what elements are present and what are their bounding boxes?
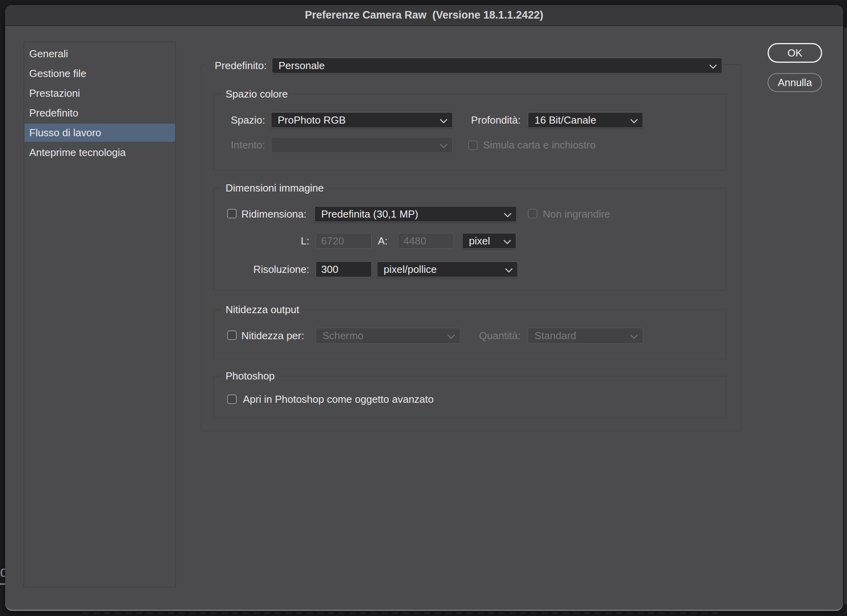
sidebar-item-flusso-di-lavoro[interactable]: Flusso di lavoro (24, 124, 175, 142)
sidebar-item-gestione-file[interactable]: Gestione file (24, 64, 175, 83)
resolution-input[interactable] (316, 261, 372, 277)
color-space-group: Spazio colore Spazio: ProPhoto RGB Profo… (213, 94, 727, 171)
camera-raw-preferences-dialog: Preferenze Camera Raw (Versione 18.1.1.2… (5, 5, 843, 611)
intent-select (271, 137, 453, 153)
resolution-unit-select-value: pixel/pollice (384, 263, 437, 276)
ok-button[interactable]: OK (768, 43, 822, 63)
amount-label: Quantità: (451, 328, 521, 344)
resize-preset-select-value: Predefinita (30,1 MP) (321, 208, 418, 220)
sharpen-target-select-value: Schermo (322, 330, 363, 342)
simulate-paper-ink-checkbox (468, 141, 478, 150)
sharpen-for-label: Nitidezza per: (241, 328, 304, 344)
chevron-down-icon (709, 61, 717, 69)
sidebar-item-generali[interactable]: Generali (24, 45, 175, 63)
sharpen-for-checkbox[interactable] (227, 331, 237, 340)
cancel-button[interactable]: Annulla (768, 73, 822, 92)
width-input (316, 233, 372, 249)
background-window-line-fragment (0, 583, 6, 585)
resolution-label: Risoluzione: (214, 261, 309, 277)
space-select[interactable]: ProPhoto RGB (271, 112, 453, 128)
depth-select-value: 16 Bit/Canale (535, 114, 596, 126)
chevron-down-icon (630, 116, 638, 124)
size-unit-select[interactable]: pixel (462, 233, 516, 249)
sharpen-target-select: Schermo (316, 328, 460, 344)
simulate-paper-ink-label: Simula carta e inchiostro (483, 137, 596, 153)
depth-select[interactable]: 16 Bit/Canale (528, 112, 643, 128)
sidebar-item-predefinito[interactable]: Predefinito (24, 104, 175, 122)
no-enlarge-checkbox (528, 209, 537, 218)
preset-select-value: Personale (279, 60, 325, 72)
output-sharpening-group: Nitidezza output Nitidezza per: Schermo … (213, 310, 727, 359)
preset-label: Predefinito: (205, 58, 267, 73)
height-input (398, 233, 454, 249)
preferences-category-list: Generali Gestione file Prestazioni Prede… (24, 42, 176, 588)
intent-label: Intento: (214, 137, 265, 153)
background-window-text-fragment: d (0, 563, 5, 580)
size-unit-select-value: pixel (469, 235, 490, 247)
chevron-down-icon (505, 265, 513, 273)
amount-select-value: Standard (535, 330, 576, 342)
space-select-value: ProPhoto RGB (278, 114, 346, 126)
resize-preset-select[interactable]: Predefinita (30,1 MP) (314, 206, 517, 222)
image-size-group: Dimensioni immagine Ridimensiona: Predef… (213, 188, 727, 291)
open-as-smart-object-label: Apri in Photoshop come oggetto avanzato (243, 391, 434, 407)
dialog-titlebar: Preferenze Camera Raw (Versione 18.1.1.2… (5, 5, 843, 26)
sidebar-item-prestazioni[interactable]: Prestazioni (24, 84, 175, 102)
dialog-title: Preferenze Camera Raw (Versione 18.1.1.2… (305, 9, 543, 21)
preset-select[interactable]: Personale (272, 58, 722, 73)
resize-checkbox[interactable] (227, 209, 237, 218)
sidebar-item-anteprime-tecnologia[interactable]: Anteprime tecnologia (24, 143, 175, 162)
chevron-down-icon (440, 116, 448, 124)
background-window-edge (844, 28, 847, 604)
space-label: Spazio: (214, 112, 265, 128)
height-label: A: (366, 233, 388, 249)
photoshop-group-title: Photoshop (222, 369, 279, 383)
color-space-group-title: Spazio colore (222, 87, 292, 101)
open-as-smart-object-checkbox[interactable] (227, 394, 237, 404)
chevron-down-icon (630, 331, 638, 339)
resolution-unit-select[interactable]: pixel/pollice (377, 261, 518, 277)
photoshop-group: Photoshop Apri in Photoshop come oggetto… (213, 376, 727, 418)
background-statusbar-fragment (83, 612, 723, 614)
chevron-down-icon (504, 210, 512, 218)
chevron-down-icon (440, 141, 448, 148)
depth-label: Profondità: (451, 112, 521, 128)
chevron-down-icon (503, 237, 511, 244)
no-enlarge-label: Non ingrandire (543, 206, 610, 222)
amount-select: Standard (528, 328, 643, 344)
resize-label: Ridimensiona: (241, 206, 307, 222)
width-label: L: (285, 233, 309, 249)
image-size-group-title: Dimensioni immagine (222, 181, 328, 195)
output-sharpening-group-title: Nitidezza output (222, 303, 303, 316)
